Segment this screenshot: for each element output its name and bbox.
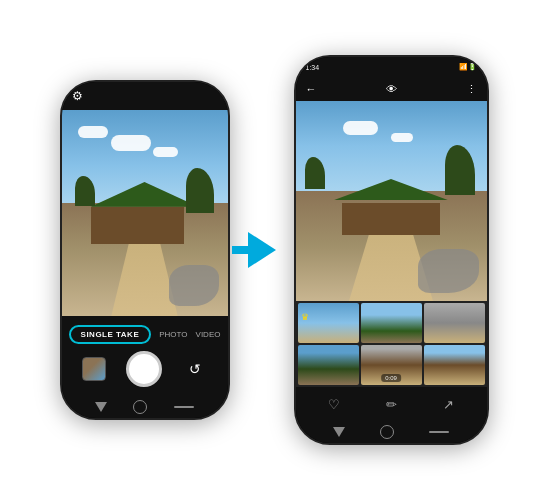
more-options-icon[interactable]: ⋮ [466, 83, 477, 96]
camera-bottom: SINGLE TAKE PHOTO VIDEO ↺ [62, 316, 228, 396]
scene: ⚙ [0, 0, 548, 500]
like-icon[interactable]: ♡ [328, 397, 340, 412]
right-back-nav[interactable] [333, 427, 345, 437]
camera-screen: ⚙ [62, 82, 228, 418]
thumbnail-2[interactable] [361, 303, 422, 343]
right-phone-screen: 1:34 📶🔋 ← 👁 ⋮ [296, 57, 487, 443]
right-nav-bar [296, 421, 487, 443]
main-temple-body [342, 203, 441, 235]
back-icon[interactable]: ← [306, 83, 317, 95]
left-phone: ⚙ [60, 80, 230, 420]
viewfinder-scene [62, 110, 228, 316]
arrow-head [248, 232, 276, 268]
video-mode-label[interactable]: VIDEO [196, 330, 221, 339]
gallery-thumbnail[interactable] [82, 357, 106, 381]
camera-controls-row: ↺ [62, 351, 228, 387]
home-nav[interactable] [133, 400, 147, 414]
shutter-button[interactable] [126, 351, 162, 387]
main-viewfinder [296, 101, 487, 301]
right-bottom-bar: ♡ ✏ ↗ [296, 387, 487, 421]
play-time-overlay: 0:09 [381, 374, 401, 382]
thumbnail-3[interactable] [424, 303, 485, 343]
rocks [169, 265, 219, 306]
single-take-button[interactable]: SINGLE TAKE [69, 325, 152, 344]
crown-icon-1: ♛ [301, 312, 309, 322]
back-nav[interactable] [95, 402, 107, 412]
edit-icon[interactable]: ✏ [386, 397, 397, 412]
action-bar: ← 👁 ⋮ [296, 77, 487, 101]
status-icons: 📶🔋 [459, 63, 477, 71]
right-home-nav[interactable] [380, 425, 394, 439]
main-temple-roof [327, 179, 455, 200]
thumbnail-5[interactable]: 0:09 [361, 345, 422, 385]
main-cloud-2 [391, 133, 413, 142]
crown-overlay-1: ♛ [301, 306, 309, 324]
settings-icon[interactable]: ⚙ [72, 89, 83, 103]
camera-viewfinder [62, 110, 228, 316]
eye-icon[interactable]: 👁 [386, 83, 397, 95]
thumbnail-1[interactable]: ♛ [298, 303, 359, 343]
main-temple [318, 179, 463, 235]
main-image [296, 101, 487, 301]
main-cloud-1 [343, 121, 378, 135]
arrow-container [248, 232, 276, 268]
photo-mode-label[interactable]: PHOTO [159, 330, 187, 339]
cloud-3 [78, 126, 108, 138]
cloud-2 [153, 147, 178, 157]
thumbnail-6[interactable] [424, 345, 485, 385]
camera-top-bar: ⚙ [62, 82, 228, 110]
status-bar: 1:34 📶🔋 [296, 57, 487, 77]
thumbnail-grid: ♛ 0:09 [296, 301, 487, 387]
right-recents-nav[interactable] [429, 431, 449, 433]
right-phone: 1:34 📶🔋 ← 👁 ⋮ [294, 55, 489, 445]
recents-nav[interactable] [174, 406, 194, 408]
main-rocks [418, 249, 479, 293]
share-icon[interactable]: ↗ [443, 397, 454, 412]
camera-mode-bar: SINGLE TAKE PHOTO VIDEO [62, 325, 228, 344]
flip-camera-icon[interactable]: ↺ [183, 357, 207, 381]
temple-body [91, 207, 184, 244]
status-time: 1:34 [306, 64, 320, 71]
thumbnail-4[interactable] [298, 345, 359, 385]
cloud-1 [111, 135, 151, 151]
left-nav-bar [62, 396, 228, 418]
